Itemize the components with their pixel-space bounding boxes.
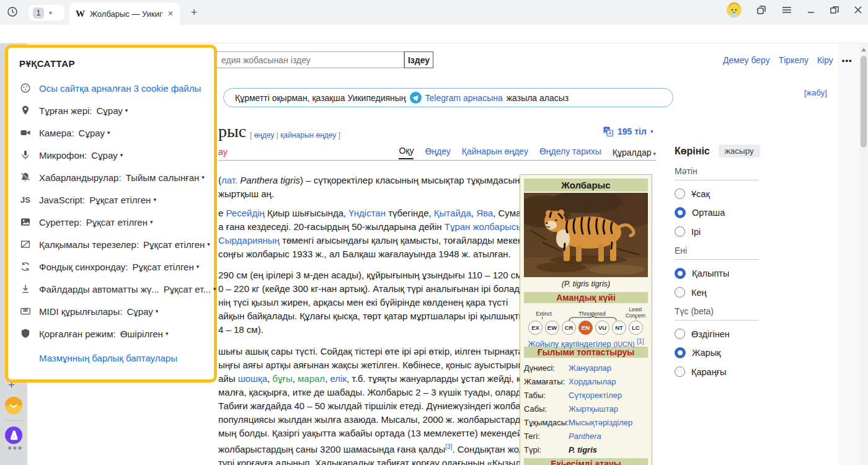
yandex-mail-icon[interactable] [5, 397, 22, 414]
permission-value-dropdown[interactable]: Рұқсат етілген [143, 239, 205, 250]
permission-value-dropdown[interactable]: Сұрау [97, 105, 123, 116]
chevron-down-icon[interactable]: ▾ [197, 264, 200, 270]
wiki-link[interactable]: Тұран жолбарысы [445, 221, 523, 232]
appearance-option[interactable]: Қалыпты [675, 268, 759, 279]
hide-appearance-button[interactable]: жасыру [719, 144, 760, 157]
taxonomy-value[interactable]: Сүтқоректілер [569, 391, 622, 400]
appearance-option[interactable]: Өздігінен [675, 329, 759, 339]
permission-value-dropdown[interactable]: Рұқсат ет... [164, 284, 211, 294]
permission-value-dropdown[interactable]: Рұқсат етілген [86, 217, 148, 228]
wiki-link[interactable]: бұғы [272, 373, 292, 384]
chevron-down-icon[interactable]: ▾ [202, 174, 205, 180]
history-icon[interactable] [6, 6, 19, 18]
radio-selected-icon[interactable] [675, 347, 686, 358]
minimize-icon[interactable] [806, 5, 816, 15]
banner-close-link[interactable]: [жабу] [804, 88, 827, 97]
taxonomy-value[interactable]: Panthera [569, 432, 601, 441]
permission-value-dropdown[interactable]: Сұрау [126, 306, 153, 317]
scrollbar-thumb[interactable] [861, 56, 867, 148]
extinction-risk-link[interactable]: Жойылу қаупіндегілер [528, 339, 611, 348]
radio-icon[interactable] [675, 188, 685, 199]
radio-icon[interactable] [675, 226, 685, 237]
iucn-abbr[interactable]: (IUCN) [613, 340, 634, 348]
appearance-option[interactable]: Ірі [675, 226, 759, 237]
chevron-down-icon[interactable]: ▾ [156, 308, 159, 314]
edit-link[interactable]: өңдеу [254, 131, 275, 140]
article-tab[interactable]: Қайнарын өңдеу [462, 146, 528, 159]
wiki-link[interactable]: марал [298, 373, 325, 384]
permission-value-dropdown[interactable]: Сұрау [79, 128, 105, 138]
radio-icon[interactable] [675, 287, 685, 298]
talk-tab-fragment[interactable]: ау [218, 147, 228, 157]
chevron-down-icon[interactable]: ▾ [150, 219, 153, 225]
profile-avatar[interactable] [727, 2, 742, 17]
telegram-channel-link[interactable]: Telegram арнасына [425, 93, 503, 103]
appearance-option[interactable]: Қараңғы [675, 366, 759, 377]
wiki-search-input[interactable]: едия жобасынан іздеу [186, 51, 404, 68]
camera-icon [19, 127, 32, 138]
radio-icon[interactable] [675, 366, 685, 377]
translate-icon: 文A [603, 126, 614, 137]
browser-tab[interactable]: W Жолбарыс — Уикипеди ✕ [69, 2, 180, 25]
wiki-link[interactable]: Үндістан [348, 208, 386, 218]
radio-icon[interactable] [675, 329, 685, 339]
edit-source-link[interactable]: қайнарын өңдеу [280, 131, 336, 140]
wiki-link[interactable]: лат. [221, 175, 237, 185]
wiki-search-button[interactable]: Іздеу [404, 51, 433, 68]
sidebar-more-icon[interactable]: ●●● [7, 443, 23, 452]
permission-value-dropdown[interactable]: Тыйым салынған [126, 172, 200, 183]
menu-icon[interactable] [781, 4, 792, 16]
article-tab[interactable]: Өңделу тарихы [539, 146, 601, 159]
wiki-link[interactable]: елік [330, 373, 347, 384]
user-link[interactable]: Демеу беру [723, 55, 770, 65]
permission-value-dropdown[interactable]: Рұқсат етілген [133, 262, 194, 272]
chevron-down-icon[interactable]: ▾ [120, 152, 123, 158]
radio-selected-icon[interactable] [675, 268, 686, 279]
language-selector[interactable]: 文A 195 тіл ▾ [603, 126, 653, 137]
wiki-link[interactable]: Сырдарияның [218, 235, 280, 246]
wiki-link[interactable]: Қытайда [434, 208, 471, 218]
wiki-link[interactable]: Ява [476, 208, 493, 218]
reference-1[interactable]: [1] [637, 338, 644, 345]
close-window-icon[interactable] [853, 5, 863, 15]
taxonomy-value[interactable]: Жыртқыштар [569, 404, 618, 414]
text-line: 4 – 18 см). [218, 323, 520, 337]
tiger-photo[interactable] [524, 193, 648, 277]
chevron-down-icon[interactable]: ▾ [125, 107, 128, 113]
tabs-panel-icon[interactable] [755, 4, 768, 16]
scroll-up-arrow[interactable] [861, 48, 866, 51]
chevron-down-icon[interactable]: ▾ [213, 286, 216, 292]
wiki-link[interactable]: шошқа [238, 373, 267, 384]
permission-value-dropdown[interactable]: Өшірілген [120, 329, 163, 339]
tab-group-chip[interactable]: 1 ▾ [29, 5, 64, 20]
appearance-option[interactable]: Орташа [675, 207, 759, 218]
more-user-links-icon[interactable]: ••• [842, 56, 852, 65]
chevron-down-icon[interactable]: ▾ [207, 241, 210, 247]
taxonomy-value[interactable]: Мысықтәрізділер [569, 418, 632, 427]
maximize-icon[interactable] [830, 5, 839, 15]
new-tab-button[interactable]: + [186, 4, 202, 20]
wiki-link[interactable]: Ресейдің [226, 208, 265, 218]
tools-dropdown[interactable]: Құралдар▾ [613, 148, 656, 157]
all-content-settings-link[interactable]: Мазмұнның барлық баптаулары [39, 353, 203, 363]
appearance-option[interactable]: Ұсақ [675, 188, 759, 199]
user-link[interactable]: Тіркелу [779, 55, 808, 65]
chevron-down-icon[interactable]: ▾ [153, 197, 156, 203]
alice-assistant-icon[interactable] [5, 427, 22, 444]
user-link[interactable]: Кіру [817, 55, 833, 65]
chevron-down-icon[interactable]: ▾ [107, 130, 110, 136]
chevron-down-icon[interactable]: ▾ [166, 330, 169, 337]
taxonomy-value[interactable]: Хордалылар [569, 377, 616, 386]
article-tab[interactable]: Өңдеу [425, 146, 450, 159]
permission-value-dropdown[interactable]: Сұрау [91, 150, 117, 161]
taxonomy-value[interactable]: Жануарлар [569, 363, 611, 373]
article-tab[interactable]: Оқу [399, 146, 414, 159]
permission-value-dropdown[interactable]: Рұқсат етілген [89, 195, 151, 205]
radio-selected-icon[interactable] [675, 207, 686, 218]
cookies-link[interactable]: Осы сайтқа арналған 3 cookie файлы [39, 83, 201, 94]
appearance-option[interactable]: Кең [675, 287, 759, 298]
appearance-option[interactable]: Жарық [675, 347, 759, 358]
tab-close-icon[interactable]: ✕ [167, 9, 174, 18]
page-scrollbar[interactable] [859, 43, 868, 465]
reference-link[interactable]: [3] [445, 443, 452, 450]
